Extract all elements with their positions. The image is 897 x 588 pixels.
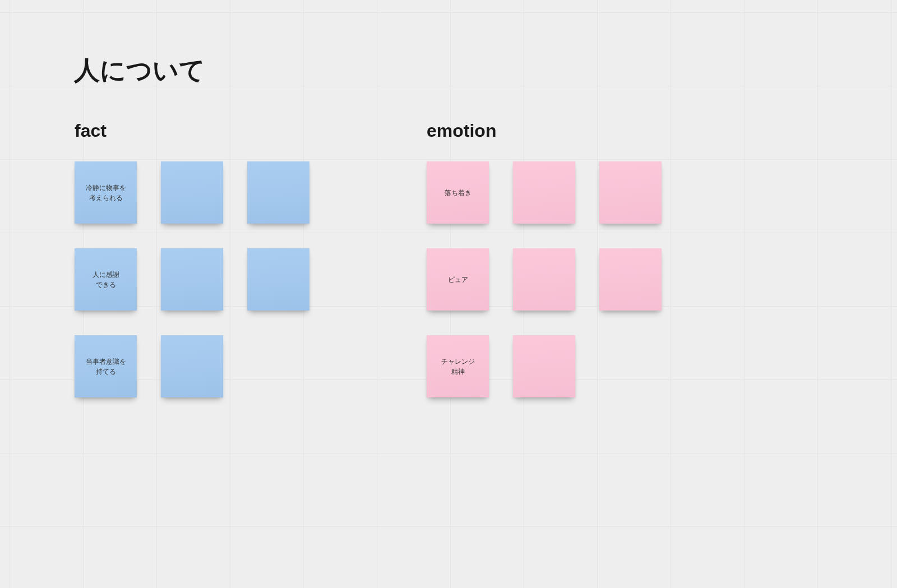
sticky-text: 落ち着き: [445, 188, 471, 198]
sticky-text: 当事者意識を 持てる: [86, 356, 126, 377]
sticky-row: ピュア: [427, 248, 662, 311]
sticky-note[interactable]: [247, 248, 309, 311]
sticky-note[interactable]: [513, 335, 575, 397]
sticky-note[interactable]: [513, 248, 575, 311]
sticky-text: 人に感謝 できる: [93, 270, 119, 290]
sticky-row: チャレンジ 精神: [427, 335, 662, 397]
fact-sticky-grid: 冷静に物事を 考えられる 人に感謝 できる 当事者意識を 持てる: [75, 161, 309, 397]
sticky-row: 当事者意識を 持てる: [75, 335, 309, 397]
section-heading-emotion[interactable]: emotion: [427, 121, 496, 141]
sticky-note[interactable]: 当事者意識を 持てる: [75, 335, 137, 397]
sticky-text: チャレンジ 精神: [441, 356, 475, 377]
sticky-note[interactable]: [247, 161, 309, 224]
sticky-note[interactable]: ピュア: [427, 248, 489, 311]
emotion-sticky-grid: 落ち着き ピュア チャレンジ 精神: [427, 161, 662, 397]
sticky-text: 冷静に物事を 考えられる: [86, 183, 126, 203]
board-title[interactable]: 人について: [74, 53, 205, 88]
sticky-note[interactable]: [599, 248, 662, 311]
sticky-note[interactable]: [513, 161, 575, 224]
sticky-note[interactable]: 冷静に物事を 考えられる: [75, 161, 137, 224]
sticky-row: 落ち着き: [427, 161, 662, 224]
sticky-note[interactable]: [161, 161, 223, 224]
sticky-note[interactable]: 人に感謝 できる: [75, 248, 137, 311]
sticky-note[interactable]: チャレンジ 精神: [427, 335, 489, 397]
sticky-note[interactable]: 落ち着き: [427, 161, 489, 224]
sticky-row: 冷静に物事を 考えられる: [75, 161, 309, 224]
sticky-note[interactable]: [161, 248, 223, 311]
sticky-note[interactable]: [161, 335, 223, 397]
sticky-row: 人に感謝 できる: [75, 248, 309, 311]
sticky-note[interactable]: [599, 161, 662, 224]
whiteboard-canvas[interactable]: 人について fact emotion 冷静に物事を 考えられる 人に感謝 できる: [0, 0, 897, 588]
section-heading-fact[interactable]: fact: [75, 121, 107, 141]
sticky-text: ピュア: [448, 275, 468, 285]
